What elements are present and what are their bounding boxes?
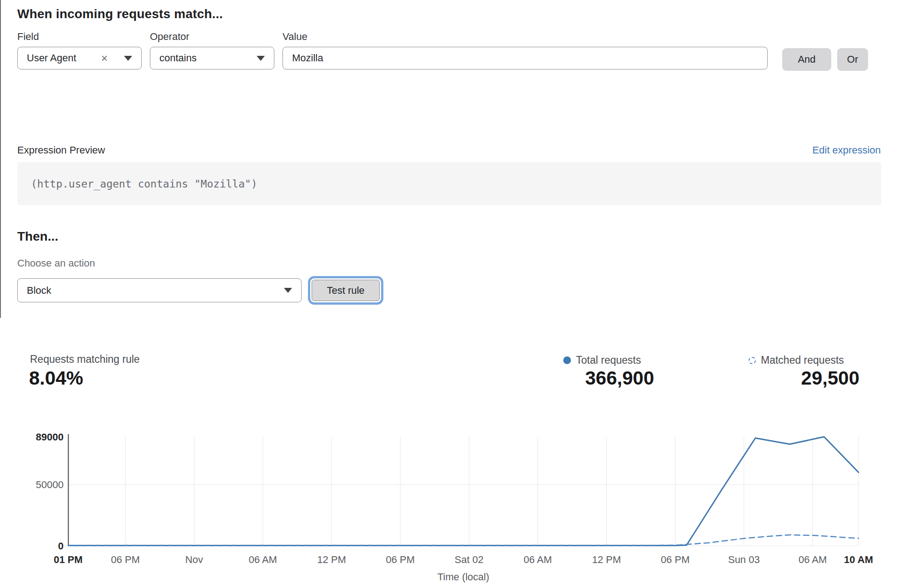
- x-tick-label: Sat 02: [455, 554, 484, 565]
- y-tick-label: 89000: [36, 431, 64, 443]
- x-tick-label: 06 PM: [386, 554, 415, 565]
- x-tick-label: Nov: [185, 554, 203, 565]
- x-tick-label: 06 PM: [111, 554, 140, 565]
- x-tick-label: 12 PM: [592, 554, 621, 565]
- requests-line-chart: 8900050000001 PM06 PMNov06 AM12 PM06 PMS…: [0, 0, 908, 588]
- x-tick-label: 06 AM: [524, 554, 552, 565]
- x-tick-label: 12 PM: [317, 554, 346, 565]
- x-tick-label: 06 AM: [249, 554, 277, 565]
- x-axis-title: Time (local): [437, 571, 489, 583]
- x-tick-label: Sun 03: [728, 554, 760, 565]
- matched-requests-line: [68, 535, 858, 545]
- x-tick-label: 06 AM: [799, 554, 827, 565]
- total-requests-line: [68, 437, 858, 546]
- y-tick-label: 0: [58, 540, 64, 552]
- x-tick-label: 10 AM: [844, 554, 873, 565]
- x-tick-label: 06 PM: [661, 554, 690, 565]
- x-tick-label: 01 PM: [54, 554, 83, 565]
- y-tick-label: 50000: [36, 479, 64, 490]
